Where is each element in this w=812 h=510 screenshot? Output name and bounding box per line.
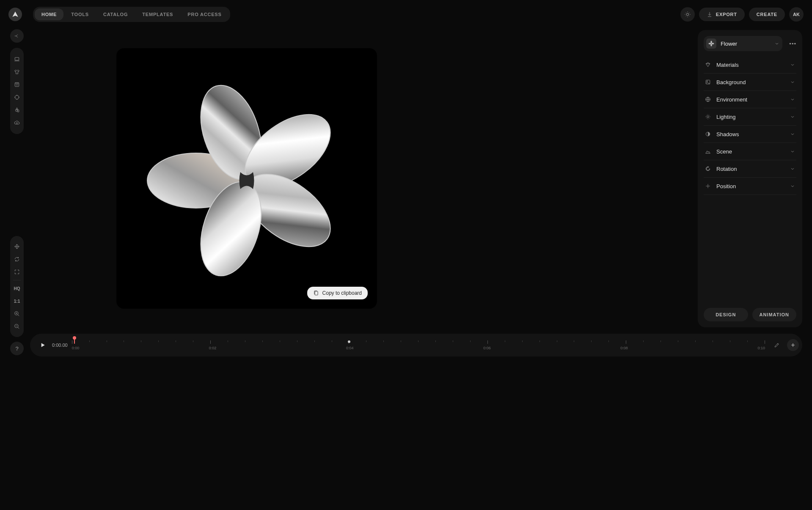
section-environment[interactable]: Environment [704, 91, 796, 108]
section-materials[interactable]: Materials [704, 56, 796, 74]
tool-shirt[interactable] [10, 66, 24, 78]
view-refresh[interactable] [10, 253, 24, 266]
object-more-button[interactable]: ••• [789, 41, 796, 47]
clipboard-icon [313, 290, 319, 296]
export-button[interactable]: EXPORT [699, 8, 745, 21]
chevron-down-icon [790, 96, 795, 102]
tick [107, 340, 107, 342]
pen-tool-button[interactable] [771, 339, 783, 351]
back-button[interactable] [10, 29, 24, 43]
svg-point-0 [686, 13, 688, 15]
section-label: Rotation [716, 166, 784, 172]
tick [297, 340, 297, 342]
view-move[interactable] [10, 240, 24, 253]
main-nav: HOME TOOLS CATALOG TEMPLATES PRO ACCESS [33, 7, 230, 22]
create-button[interactable]: CREATE [749, 8, 785, 21]
view-hq[interactable]: HQ [10, 282, 24, 295]
section-lighting[interactable]: Lighting [704, 108, 796, 126]
copy-to-clipboard-button[interactable]: Copy to clipboard [307, 287, 368, 299]
canvas[interactable]: Copy to clipboard [116, 48, 377, 309]
tool-save[interactable] [10, 78, 24, 91]
view-zoom-in[interactable] [10, 307, 24, 320]
svg-rect-1 [15, 58, 19, 60]
play-button[interactable] [36, 338, 50, 352]
logo-icon [11, 11, 19, 18]
tick [435, 340, 436, 342]
tick [574, 340, 574, 342]
svg-rect-2 [15, 82, 19, 86]
chevron-down-icon [790, 62, 795, 68]
tick [522, 340, 523, 342]
svg-point-12 [710, 41, 712, 44]
tick [72, 340, 72, 344]
view-rail: HQ 1:1 [10, 236, 24, 337]
tick-label: 0:02 [209, 346, 217, 350]
tick-label: 0:04 [346, 346, 354, 350]
tick-label: 0:10 [757, 346, 765, 350]
tick [643, 340, 644, 342]
tick [487, 340, 488, 344]
user-avatar[interactable]: AK [789, 7, 804, 22]
chevron-down-icon [790, 183, 795, 189]
section-shadows[interactable]: Shadows [704, 126, 796, 143]
theme-toggle-button[interactable] [680, 7, 695, 22]
flower-thumb-icon [708, 41, 714, 47]
tool-laptop[interactable] [10, 53, 24, 66]
add-keyframe-button[interactable] [787, 339, 799, 351]
svg-point-13 [712, 43, 714, 44]
nav-templates[interactable]: TEMPLATES [135, 8, 180, 20]
playhead[interactable] [74, 338, 75, 344]
refresh-icon [14, 256, 20, 262]
tab-design[interactable]: DESIGN [704, 308, 748, 321]
export-label: EXPORT [716, 12, 737, 17]
tick [124, 340, 124, 342]
tick [210, 340, 211, 344]
nav-home[interactable]: HOME [35, 8, 63, 20]
view-zoom-out[interactable] [10, 320, 24, 333]
nav-pro-access[interactable]: PRO ACCESS [181, 8, 228, 20]
tick [713, 340, 713, 342]
tick [332, 340, 332, 342]
nav-tools[interactable]: TOOLS [64, 8, 96, 20]
tick [193, 340, 193, 342]
view-ratio[interactable]: 1:1 [10, 295, 24, 307]
section-background[interactable]: Background [704, 74, 796, 91]
zoom-in-icon [14, 311, 20, 317]
laptop-icon [14, 56, 20, 62]
tick [418, 340, 418, 342]
section-label: Position [716, 183, 784, 189]
play-icon [39, 342, 46, 348]
tick [678, 340, 678, 342]
section-label: Lighting [716, 114, 784, 120]
help-button[interactable]: ? [10, 342, 24, 355]
section-position[interactable]: Position [704, 178, 796, 195]
tab-animation[interactable]: ANIMATION [752, 308, 797, 321]
tick [158, 340, 159, 342]
position-icon [705, 183, 711, 189]
tick [453, 340, 453, 342]
tool-shapes[interactable] [10, 104, 24, 116]
keyframe[interactable] [348, 340, 350, 343]
crosshair-icon [14, 94, 20, 100]
tool-crosshair[interactable] [10, 91, 24, 104]
image-icon [705, 79, 711, 85]
plus-icon [790, 342, 796, 348]
top-bar: HOME TOOLS CATALOG TEMPLATES PRO ACCESS … [0, 0, 812, 29]
app-logo[interactable] [8, 8, 22, 21]
timeline-track[interactable]: 0:000:020:040:060:080:10 [72, 339, 765, 351]
view-expand[interactable] [10, 266, 24, 278]
object-selector[interactable]: Flower [704, 36, 782, 51]
section-scene[interactable]: Scene [704, 143, 796, 160]
copy-label: Copy to clipboard [322, 290, 362, 296]
tool-upload[interactable] [10, 116, 24, 129]
tick [695, 340, 696, 342]
tick [401, 340, 401, 342]
tick [730, 340, 730, 342]
section-rotation[interactable]: Rotation [704, 160, 796, 178]
tick [141, 340, 141, 342]
timeline: 0:00.00 0:000:020:040:060:080:10 [30, 334, 802, 356]
zoom-out-icon [14, 324, 20, 329]
svg-point-21 [707, 186, 708, 186]
nav-catalog[interactable]: CATALOG [96, 8, 135, 20]
shapes-icon [14, 107, 20, 113]
